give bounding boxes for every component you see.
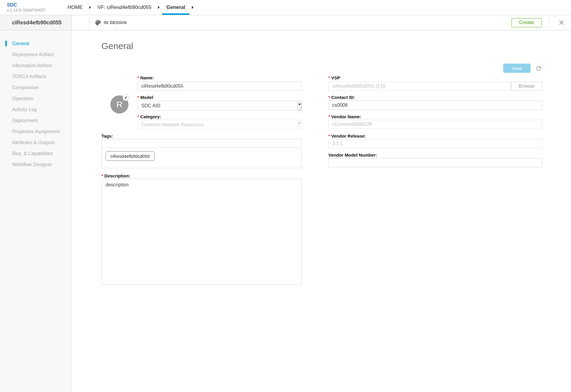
- sidebar-item-deployment[interactable]: Deployment: [0, 115, 71, 126]
- name-input[interactable]: [137, 82, 302, 91]
- tags-label: Tags:: [101, 133, 113, 138]
- panel-title-cell: ciResd4efb90cd055: [0, 15, 72, 30]
- sidebar-item-general[interactable]: General: [0, 38, 71, 49]
- lifecycle-status: IN DESIGN: [95, 20, 127, 26]
- app-name: SDC: [7, 2, 63, 8]
- required-mark: *: [328, 75, 330, 80]
- vsp-input: [328, 82, 511, 91]
- name-label: *Name:: [137, 75, 154, 80]
- required-mark: *: [328, 95, 330, 100]
- dropdown-arrow-icon: [297, 101, 301, 110]
- top-bar: SDC v.1.14.5-SNAPSHOT HOME VF: ciResd4ef…: [0, 0, 571, 15]
- sidebar-item-tosca-artifacts[interactable]: TOSCA Artifacts: [0, 71, 71, 82]
- dropdown-arrow-icon: [297, 120, 301, 129]
- required-mark: *: [101, 173, 103, 178]
- vendor-release-label: *Vendor Release:: [328, 133, 366, 138]
- header-actions: Create: [512, 18, 571, 28]
- status-zone: IN DESIGN Create: [72, 15, 571, 30]
- category-select[interactable]: Common Network Resources: [137, 120, 302, 130]
- vendor-name-input: [328, 120, 542, 129]
- sidebar-item-properties-assignment[interactable]: Properties Assignment: [0, 126, 71, 137]
- required-mark: *: [137, 75, 139, 80]
- avatar-edit-button[interactable]: [123, 94, 129, 101]
- sidebar-item-information-artifact[interactable]: Information Artifact: [0, 60, 71, 71]
- refresh-icon: [535, 65, 542, 72]
- divider: [89, 18, 89, 28]
- revert-button[interactable]: [535, 65, 542, 72]
- breadcrumb-home[interactable]: HOME: [63, 0, 87, 15]
- sidebar-item-workflow-designer[interactable]: Workflow Designer: [0, 159, 71, 170]
- breadcrumb-arrow-icon: [158, 6, 160, 9]
- sidebar-item-req-capabilities[interactable]: Req. & Capabilities: [0, 148, 71, 159]
- model-label: *Model: [137, 95, 153, 100]
- sidebar-nav: General Deployment Artifact Information …: [0, 30, 72, 392]
- palette-icon: [95, 20, 101, 26]
- contact-id-input[interactable]: [328, 100, 542, 110]
- page-title: General: [101, 41, 133, 51]
- vendor-release-input: [328, 139, 542, 148]
- tags-list: ciResd4efb90cd055: [101, 147, 302, 168]
- divider: [549, 18, 550, 28]
- vendor-model-number-label: Vendor Model Number:: [328, 152, 377, 158]
- save-button[interactable]: Save: [503, 64, 531, 73]
- general-form-page: General Save R *Name: *Model SDC AID *Ca…: [72, 30, 571, 392]
- tag-chip[interactable]: ciResd4efb90cd055: [106, 151, 155, 161]
- contact-id-label: *Contact ID:: [328, 95, 355, 100]
- status-text: IN DESIGN: [104, 20, 127, 25]
- close-icon: [559, 20, 564, 25]
- avatar-letter: R: [116, 100, 122, 109]
- description-label: *Description:: [101, 173, 130, 178]
- sidebar-item-composition[interactable]: Composition: [0, 82, 71, 93]
- description-textarea[interactable]: description: [101, 179, 302, 285]
- sidebar-item-attributes-outputs[interactable]: Attributes & Outputs: [0, 137, 71, 148]
- resource-title: ciResd4efb90cd055: [12, 20, 62, 26]
- breadcrumb: HOME VF: ciResd4efb90cd055 General: [63, 0, 196, 15]
- browse-button[interactable]: Browse: [511, 82, 542, 91]
- sidebar-item-operation[interactable]: Operation: [0, 93, 71, 104]
- category-label: *Category:: [137, 114, 161, 119]
- pencil-icon: [124, 96, 128, 99]
- required-mark: *: [328, 114, 330, 119]
- required-mark: *: [137, 95, 139, 100]
- breadcrumb-arrow-icon: [89, 6, 91, 9]
- sidebar-item-activity-log[interactable]: Activity Log: [0, 104, 71, 115]
- category-select-value: Common Network Resources: [141, 122, 203, 127]
- app-logo: SDC v.1.14.5-SNAPSHOT: [0, 0, 63, 15]
- app-version: v.1.14.5-SNAPSHOT: [7, 8, 63, 13]
- sidebar-item-deployment-artifact[interactable]: Deployment Artifact: [0, 49, 71, 60]
- vendor-name-label: *Vendor Name:: [328, 114, 361, 119]
- close-button[interactable]: [557, 18, 566, 27]
- vendor-model-number-input[interactable]: [328, 158, 542, 167]
- tags-input[interactable]: [101, 139, 302, 148]
- breadcrumb-vf[interactable]: VF: ciResd4efb90cd055: [93, 0, 156, 15]
- model-select-value: SDC AID: [141, 103, 160, 108]
- breadcrumb-general[interactable]: General: [162, 0, 189, 15]
- sub-header: ciResd4efb90cd055 IN DESIGN Create: [0, 15, 571, 30]
- vsp-label: *VSP: [328, 75, 340, 80]
- required-mark: *: [328, 133, 330, 138]
- breadcrumb-arrow-icon: [192, 6, 194, 9]
- required-mark: *: [137, 114, 139, 119]
- model-select[interactable]: SDC AID: [137, 101, 302, 111]
- create-button[interactable]: Create: [512, 18, 542, 27]
